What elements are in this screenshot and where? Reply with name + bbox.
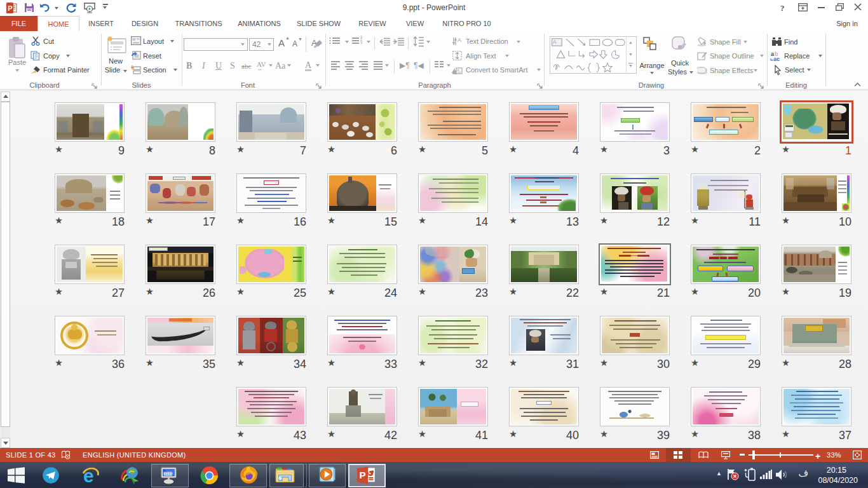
svg-text:ac: ac — [773, 56, 780, 62]
svg-text:A: A — [553, 39, 557, 45]
svg-text:A: A — [458, 37, 461, 43]
svg-text:P: P — [359, 470, 365, 480]
